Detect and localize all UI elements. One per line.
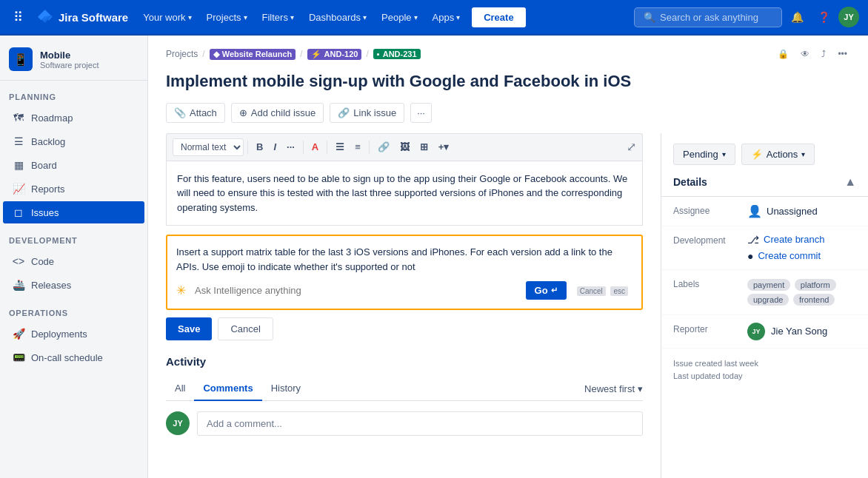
user-avatar[interactable]: JY (838, 7, 859, 27)
development-row: Development ⎇ Create branch ● Create com… (661, 226, 868, 270)
label-frontend[interactable]: frontend (793, 294, 835, 306)
search-bar[interactable]: 🔍 Search or ask anything (634, 7, 782, 27)
sidebar-item-issues[interactable]: ◻ Issues (3, 201, 144, 223)
sidebar-item-board[interactable]: ▦ Board (3, 154, 144, 176)
editor-sep-2 (303, 141, 304, 154)
sidebar-item-reports[interactable]: 📈 Reports (3, 178, 144, 200)
add-child-issue-button[interactable]: ⊕ Add child issue (231, 103, 324, 123)
dashboards-menu[interactable]: Dashboards▾ (303, 9, 373, 26)
label-upgrade[interactable]: upgrade (747, 294, 789, 306)
create-branch-link[interactable]: Create branch (764, 234, 824, 245)
label-payment[interactable]: payment (747, 279, 790, 291)
issue-toolbar: 📎 Attach ⊕ Add child issue 🔗 Link issue … (148, 103, 868, 133)
cancel-key-badge: esc (610, 286, 628, 296)
breadcrumb-website-relaunch[interactable]: ◆ Website Relaunch (210, 49, 296, 60)
insert-button[interactable]: +▾ (434, 138, 454, 155)
text-color-button[interactable]: A (307, 138, 323, 155)
reporter-label: Reporter (673, 323, 740, 334)
notifications-button[interactable]: 🔔 (785, 5, 809, 29)
branch-icon: ⎇ (747, 234, 759, 246)
activity-sort[interactable]: Newest first ▾ (584, 383, 643, 394)
sidebar-item-code[interactable]: <> Code (3, 250, 144, 272)
breadcrumb-sep-3: / (366, 49, 368, 59)
details-title: Details (673, 176, 707, 188)
bullet-list-button[interactable]: ☰ (331, 138, 349, 155)
editor-sep-4 (369, 141, 370, 154)
comment-input[interactable]: Add a comment... (197, 411, 643, 436)
sort-chevron-icon: ▾ (638, 383, 643, 394)
ai-go-button[interactable]: Go ↵ (526, 281, 567, 300)
more-toolbar-button[interactable]: ··· (410, 103, 432, 123)
ai-cancel-button[interactable]: Cancel esc (572, 281, 632, 300)
status-bar: Pending ▾ ⚡ Actions ▾ (661, 133, 868, 165)
activity-tab-all[interactable]: All (166, 377, 194, 401)
pending-status-button[interactable]: Pending ▾ (673, 144, 735, 165)
link-issue-button[interactable]: 🔗 Link issue (330, 103, 404, 123)
expand-editor-button[interactable]: ⤢ (627, 140, 636, 154)
bold-button[interactable]: B (252, 138, 267, 155)
project-type: Software project (40, 61, 99, 70)
activity-tab-history[interactable]: History (262, 377, 310, 401)
image-button[interactable]: 🖼 (395, 138, 414, 155)
label-platform[interactable]: platform (795, 279, 836, 291)
sidebar-item-releases[interactable]: 🚢 Releases (3, 274, 144, 296)
actions-button[interactable]: ⚡ Actions ▾ (741, 144, 815, 165)
apps-icon[interactable]: ⠿ (9, 4, 27, 30)
logo[interactable]: Jira Software (30, 8, 134, 26)
create-commit-link[interactable]: Create commit (758, 250, 821, 261)
labels-row: Labels payment platform upgrade frontend (661, 270, 868, 315)
numbered-list-button[interactable]: ≡ (350, 138, 365, 155)
breadcrumb-and231[interactable]: ▪ AND-231 (373, 49, 421, 59)
breadcrumb-and120[interactable]: ⚡ AND-120 (307, 49, 362, 60)
create-button[interactable]: Create (472, 7, 525, 27)
save-button[interactable]: Save (166, 317, 212, 340)
ai-prompt-input[interactable] (195, 285, 520, 296)
on-call-icon: 📟 (12, 351, 25, 363)
editor-actions: Save Cancel (166, 317, 643, 340)
watch-button[interactable]: 👁 (798, 46, 812, 62)
italic-button[interactable]: I (269, 138, 281, 155)
filters-menu[interactable]: Filters▾ (256, 9, 300, 26)
cancel-button[interactable]: Cancel (218, 317, 273, 340)
help-button[interactable]: ❓ (812, 5, 835, 29)
sidebar-item-deployments[interactable]: 🚀 Deployments (3, 323, 144, 345)
commit-icon: ● (747, 250, 753, 262)
reporter-row: Reporter JY Jie Yan Song (661, 315, 868, 349)
more-button[interactable]: ••• (835, 46, 850, 62)
ai-prompt-box: Insert a support matrix table for the la… (166, 235, 643, 310)
people-menu[interactable]: People▾ (375, 9, 423, 26)
top-nav: ⠿ Jira Software Your work▾ Projects▾ Fil… (0, 0, 868, 36)
go-enter-icon: ↵ (551, 286, 558, 295)
your-work-menu[interactable]: Your work▾ (137, 9, 197, 26)
sidebar-item-backlog[interactable]: ☰ Backlog (3, 130, 144, 152)
issue-main: Normal text B I ··· A ☰ ≡ 🔗 🖼 ⊞ +▾ (148, 133, 661, 478)
details-collapse-button[interactable]: ▲ (844, 175, 856, 189)
editor-content[interactable]: For this feature, users need to be able … (166, 161, 643, 226)
share-button[interactable]: ⤴ (818, 46, 829, 62)
labels-label: Labels (673, 277, 740, 289)
sidebar-item-on-call[interactable]: 📟 On-call schedule (3, 346, 144, 368)
text-format-select[interactable]: Normal text (173, 138, 244, 156)
development-label: Development (673, 234, 740, 246)
project-name: Mobile (40, 50, 99, 61)
attach-button[interactable]: 📎 Attach (166, 103, 225, 123)
lock-button[interactable]: 🔒 (775, 46, 792, 62)
actions-chevron-icon: ▾ (801, 150, 805, 158)
details-header: Details ▲ (661, 165, 868, 197)
projects-menu[interactable]: Projects▾ (201, 9, 253, 26)
website-relaunch-icon: ◆ (213, 50, 219, 59)
activity-tab-comments[interactable]: Comments (194, 377, 261, 401)
deployments-icon: 🚀 (12, 328, 25, 340)
breadcrumb-projects[interactable]: Projects (166, 49, 198, 59)
link-button[interactable]: 🔗 (373, 138, 394, 155)
code-icon: <> (12, 255, 25, 267)
table-button[interactable]: ⊞ (415, 138, 433, 155)
apps-menu[interactable]: Apps▾ (427, 9, 467, 26)
assignee-value: 👤 Unassigned (747, 204, 856, 218)
main-content: Projects / ◆ Website Relaunch / ⚡ AND-12… (148, 36, 868, 478)
editor-more-button[interactable]: ··· (282, 138, 299, 155)
sidebar-item-roadmap[interactable]: 🗺 Roadmap (3, 107, 144, 129)
attach-icon: 📎 (174, 107, 186, 118)
board-icon: ▦ (12, 159, 25, 171)
add-comment-row: JY Add a comment... (166, 411, 643, 436)
